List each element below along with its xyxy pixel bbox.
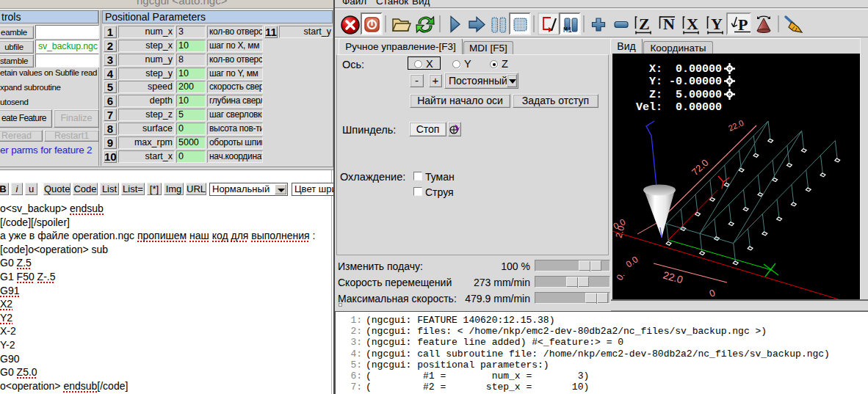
svg-text:M1: M1 bbox=[563, 26, 572, 34]
svg-text:Y: Y bbox=[711, 15, 723, 33]
svg-text:X: X bbox=[687, 15, 698, 33]
svg-text:22.0: 22.0 bbox=[662, 269, 684, 286]
svg-text:22.0: 22.0 bbox=[727, 118, 745, 133]
svg-text:P: P bbox=[738, 15, 748, 34]
svg-text:0: 0 bbox=[708, 287, 717, 299]
svg-text:Z: Z bbox=[639, 15, 650, 33]
svg-text:72.0: 72.0 bbox=[690, 157, 711, 178]
svg-text:0.: 0. bbox=[614, 271, 626, 282]
svg-text:0.0: 0.0 bbox=[624, 254, 640, 269]
